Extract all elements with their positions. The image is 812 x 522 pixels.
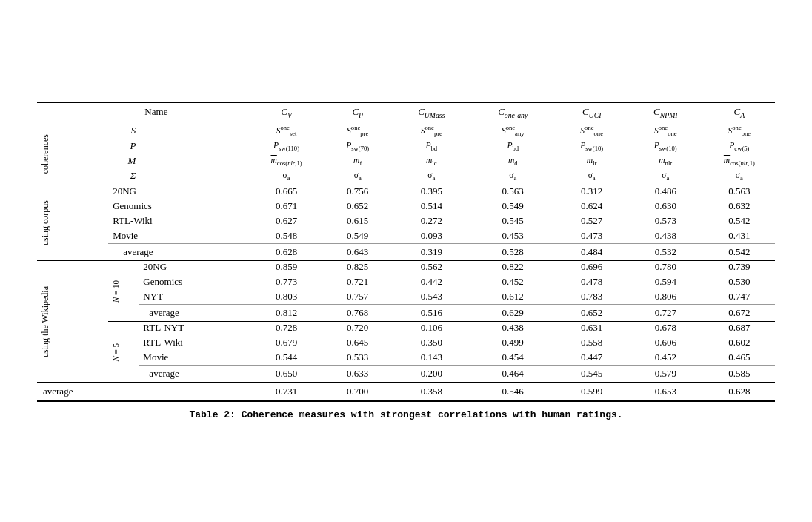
n5-average-cuci: 0.545 — [556, 366, 628, 383]
n5-movie-name: Movie — [139, 350, 250, 366]
wiki-n10-20ng-row: using the Wikipedia N = 10 20NG 0.859 0.… — [37, 261, 775, 275]
n10-average-cv: 0.812 — [250, 305, 322, 322]
sigma-cumass: σa — [393, 168, 470, 185]
n5-average-cp: 0.633 — [322, 366, 393, 383]
n10-average-label: average — [139, 305, 250, 322]
header-name: Name — [139, 102, 250, 122]
using-corpus-label: using corpus — [37, 185, 108, 261]
corpus-movie-cp: 0.549 — [322, 228, 393, 244]
corpus-genomics-cone-any: 0.549 — [470, 199, 556, 214]
corpus-average-row: average 0.628 0.643 0.319 0.528 0.484 0.… — [37, 244, 775, 261]
wiki-n10-nyt-row: NYT 0.803 0.757 0.543 0.612 0.783 0.806 … — [37, 289, 775, 305]
n5-rtlnyt-cuci: 0.631 — [556, 322, 628, 336]
n5-movie-ca: 0.465 — [704, 350, 775, 366]
n10-nyt-cp: 0.757 — [322, 289, 393, 305]
sigma-ca: σa — [704, 168, 775, 185]
using-wikipedia-label: using the Wikipedia — [37, 261, 108, 383]
p-label: P — [108, 139, 139, 153]
corpus-20ng-row: using corpus 20NG 0.665 0.756 0.395 0.56… — [37, 185, 775, 199]
corpus-rtlwiki-row: RTL-Wiki 0.627 0.615 0.272 0.545 0.527 0… — [37, 214, 775, 228]
header-cone-any: Cone-any — [470, 102, 556, 122]
header-row-s: coherences S Soneset Sonepre Sonepre Son… — [37, 122, 775, 139]
corpus-20ng-cv: 0.665 — [250, 185, 322, 199]
n5-rtlnyt-name: RTL-NYT — [139, 322, 250, 336]
wiki-n5-rtlwiki-row: RTL-Wiki 0.679 0.645 0.350 0.499 0.558 0… — [37, 335, 775, 350]
n5-rtlwiki-cumass: 0.350 — [393, 335, 470, 350]
corpus-genomics-row: Genomics 0.671 0.652 0.514 0.549 0.624 0… — [37, 199, 775, 214]
p-ca: Pcw(5) — [704, 139, 775, 153]
n5-movie-cone-any: 0.454 — [470, 350, 556, 366]
wiki-n5-movie-row: Movie 0.544 0.533 0.143 0.454 0.447 0.45… — [37, 350, 775, 366]
n10-average-ca: 0.672 — [704, 305, 775, 322]
p-sub — [139, 139, 250, 153]
sigma-cone-any: σa — [470, 168, 556, 185]
n5-average-label: average — [139, 366, 250, 383]
corpus-average-cumass: 0.319 — [393, 244, 470, 261]
s-cnpmi: Soneone — [628, 122, 704, 139]
n10-average-cumass: 0.516 — [393, 305, 470, 322]
wiki-n5-average-row: average 0.650 0.633 0.200 0.464 0.545 0.… — [37, 366, 775, 383]
final-average-cone-any: 0.546 — [470, 383, 556, 402]
header-empty-1 — [37, 102, 139, 122]
corpus-20ng-ca: 0.563 — [704, 185, 775, 199]
n10-nyt-cumass: 0.543 — [393, 289, 470, 305]
n5-movie-cumass: 0.143 — [393, 350, 470, 366]
n5-rtlwiki-cv: 0.679 — [250, 335, 322, 350]
s-ca: Soneone — [704, 122, 775, 139]
sigma-label: Σ — [108, 168, 139, 185]
m-cp: mf — [322, 153, 393, 168]
corpus-average-cv: 0.628 — [250, 244, 322, 261]
header-row-p: P Psw(110) Psw(70) Pbd Pbd Psw(10) Psw(1… — [37, 139, 775, 153]
m-cuci: mlr — [556, 153, 628, 168]
corpus-rtlwiki-cuci: 0.527 — [556, 214, 628, 228]
n5-rtlwiki-cp: 0.645 — [322, 335, 393, 350]
header-cv: CV — [250, 102, 322, 122]
corpus-rtlwiki-cone-any: 0.545 — [470, 214, 556, 228]
wiki-n5-rtlnyt-row: N = 5 RTL-NYT 0.728 0.720 0.106 0.438 0.… — [37, 322, 775, 336]
n10-genomics-cuci: 0.478 — [556, 274, 628, 289]
n10-nyt-cnpmi: 0.806 — [628, 289, 704, 305]
sigma-cnpmi: σa — [628, 168, 704, 185]
p-cp: Psw(70) — [322, 139, 393, 153]
s-cone-any: Soneany — [470, 122, 556, 139]
n10-20ng-cumass: 0.562 — [393, 261, 470, 275]
corpus-20ng-cone-any: 0.563 — [470, 185, 556, 199]
m-cv: mcos(nlr,1) — [250, 153, 322, 168]
corpus-movie-cv: 0.548 — [250, 228, 322, 244]
n10-genomics-cone-any: 0.452 — [470, 274, 556, 289]
coherences-label: coherences — [37, 122, 108, 185]
corpus-movie-row: Movie 0.548 0.549 0.093 0.453 0.473 0.43… — [37, 228, 775, 244]
corpus-rtlwiki-name: RTL-Wiki — [108, 214, 250, 228]
corpus-genomics-ca: 0.632 — [704, 199, 775, 214]
s-cp: Sonepre — [322, 122, 393, 139]
final-average-cv: 0.731 — [250, 383, 322, 402]
corpus-genomics-cv: 0.671 — [250, 199, 322, 214]
n10-genomics-cumass: 0.442 — [393, 274, 470, 289]
p-cnpmi: Psw(10) — [628, 139, 704, 153]
n5-rtlnyt-ca: 0.687 — [704, 322, 775, 336]
p-cv: Psw(110) — [250, 139, 322, 153]
corpus-movie-cone-any: 0.453 — [470, 228, 556, 244]
n5-rtlnyt-cone-any: 0.438 — [470, 322, 556, 336]
n5-rtlwiki-ca: 0.602 — [704, 335, 775, 350]
corpus-20ng-cuci: 0.312 — [556, 185, 628, 199]
corpus-rtlwiki-cp: 0.615 — [322, 214, 393, 228]
m-cone-any: md — [470, 153, 556, 168]
final-average-cp: 0.700 — [322, 383, 393, 402]
header-cnpmi: CNPMI — [628, 102, 704, 122]
final-average-cnpmi: 0.653 — [628, 383, 704, 402]
n5-rtlwiki-cnpmi: 0.606 — [628, 335, 704, 350]
header-row-m: M mcos(nlr,1) mf mlc md mlr mnlr mcos(nl… — [37, 153, 775, 168]
n10-label: N = 10 — [108, 261, 139, 322]
corpus-genomics-name: Genomics — [108, 199, 250, 214]
corpus-movie-cnpmi: 0.438 — [628, 228, 704, 244]
p-cone-any: Pbd — [470, 139, 556, 153]
s-label: S — [108, 122, 139, 139]
n5-average-cone-any: 0.464 — [470, 366, 556, 383]
n5-movie-cnpmi: 0.452 — [628, 350, 704, 366]
corpus-movie-name: Movie — [108, 228, 250, 244]
n5-rtlnyt-cnpmi: 0.678 — [628, 322, 704, 336]
n5-average-cv: 0.650 — [250, 366, 322, 383]
corpus-20ng-cnpmi: 0.486 — [628, 185, 704, 199]
n10-genomics-cp: 0.721 — [322, 274, 393, 289]
